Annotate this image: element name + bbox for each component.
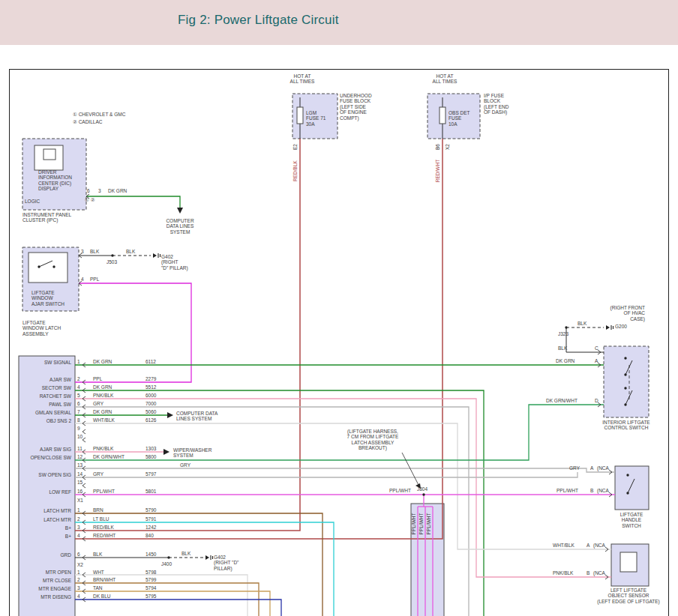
diagram-label: PPL/WHT <box>426 513 431 535</box>
diagram-label: LOW REF <box>20 489 71 495</box>
diagram-label: 1450 <box>146 552 156 557</box>
diagram-label: 5801 <box>146 489 156 494</box>
diagram-label: OBS DET FUSE 10A <box>448 110 470 127</box>
diagram-label: 15 <box>77 480 82 485</box>
diagram-label: COMPUTER DATA LINES SYSTEM <box>176 411 218 422</box>
diagram-label: GRY <box>93 471 104 477</box>
diagram-label: 3 <box>77 585 80 591</box>
diagram-label: WHT/BLK <box>553 543 574 548</box>
diagram-label: 1 <box>77 359 80 364</box>
diagram-label: 16 <box>77 489 82 494</box>
diagram-label: X2 <box>77 562 83 567</box>
diagram-label: 5795 <box>146 594 156 599</box>
diagram-label: I/P FUSE BLOCK (LEFT END OF DASH) <box>484 93 508 115</box>
diagram-label: LEFT LIFTGATE OBJECT SENSOR (LEFT EDGE O… <box>584 588 674 604</box>
diagram-label: 3 <box>77 525 80 530</box>
diagram-label: DK GRN <box>93 409 112 414</box>
diagram-label: 840 <box>146 533 154 538</box>
diagram-label: X1 <box>77 498 83 503</box>
diagram-label: RED/WHT <box>435 160 440 182</box>
diagram-label: 4 <box>77 594 80 599</box>
diagram-label: ② CADILLAC <box>73 119 102 124</box>
diagram-label: 6 <box>77 552 80 557</box>
diagram-label: 11 <box>77 446 82 451</box>
diagram-label: 6112 <box>146 359 156 364</box>
diagram-label: 5799 <box>146 577 156 582</box>
diagram-label: 8 <box>77 417 80 423</box>
diagram-label: TAN <box>93 585 103 591</box>
diagram-label: COMPUTER DATA LINES SYSTEM <box>156 218 204 235</box>
diagram-label: G402 (RIGHT "D" PILLAR) <box>214 555 238 571</box>
diagram-label: C <box>595 345 598 351</box>
diagram-label: J323 <box>558 331 568 336</box>
diagram-label: ① ② <box>85 197 94 202</box>
diagram-label: PAWL SW <box>20 402 71 407</box>
diagram-label: 4 <box>81 277 84 282</box>
diagram-label: 12 <box>77 454 82 459</box>
diagram-label: SW OPEN SIG <box>20 472 71 477</box>
diagram-label: PPL/WHT <box>411 513 416 535</box>
diagram-label: LGM FUSE 71 30A <box>306 110 326 127</box>
diagram-label: BRN <box>93 507 104 513</box>
diagram-label: 5790 <box>146 507 156 513</box>
diagram-label: PPL/WHT <box>93 489 115 494</box>
diagram-label: 13 <box>77 462 82 468</box>
diagram-label: WHT <box>93 570 104 575</box>
diagram-label: A <box>586 543 590 548</box>
diagram-label: 6 <box>77 401 80 406</box>
diagram-label: LIFTGATE HANDLE SWITCH <box>609 512 654 528</box>
diagram-label: 5798 <box>146 570 156 575</box>
diagram-label: 5791 <box>146 516 156 522</box>
diagram-label: J400 <box>161 561 172 567</box>
diagram-label: PNK/BLK <box>93 446 113 451</box>
diagram-label: 2279 <box>146 376 156 381</box>
diagram-label: UNDERHOOD FUSE BLOCK (LEFT SIDE OF ENGIN… <box>340 93 372 121</box>
diagram-label: E2 <box>292 144 298 150</box>
diagram-label: B <box>586 570 590 576</box>
diagram-label: 5060 <box>146 409 156 414</box>
diagram-label: B+ <box>20 534 71 539</box>
diagram-label: PPL/WHT <box>389 488 411 493</box>
diagram-label: 2 <box>77 376 80 381</box>
diagram-label: DK GRN <box>93 359 112 364</box>
diagram-label: LATCH MTR <box>20 517 71 522</box>
diagram-label: 6000 <box>146 393 156 398</box>
diagram-label: 1 <box>77 570 80 575</box>
diagram-label: DK GRN <box>93 384 112 390</box>
diagram-label: 6 <box>87 188 90 193</box>
diagram-label: B <box>590 488 593 493</box>
diagram-label: LT BLU <box>93 516 109 522</box>
diagram-label: OBJ SNS 2 <box>20 418 71 423</box>
diagram-label: A <box>590 465 593 471</box>
diagram-label: RED/BLK <box>93 525 114 530</box>
diagram-label: PPL <box>93 376 102 381</box>
diagram-label: GRY <box>569 465 580 471</box>
diagram-label: BLK <box>558 345 567 351</box>
diagram-label: (NCA <box>593 543 605 548</box>
diagram-label: J503 <box>106 259 117 265</box>
diagram-label: 7000 <box>146 401 156 406</box>
diagram-label: PPL/WHT <box>418 513 424 535</box>
diagram-label: LOGIC <box>25 199 40 204</box>
diagram-label: RED/BLK <box>292 160 298 181</box>
diagram-label: PPL/WHT <box>556 488 578 493</box>
diagram-label: 1242 <box>146 525 156 530</box>
diagram-labels: HOT AT ALL TIMESHOT AT ALL TIMESLGM FUSE… <box>0 0 678 616</box>
diagram-label: 7 <box>77 409 80 414</box>
diagram-label: DK GRN/WHT <box>93 454 124 459</box>
page: Fig 2: Power Liftgate Circuit HOT AT ALL… <box>0 0 678 616</box>
diagram-label: (NCA <box>597 465 609 471</box>
diagram-label: 1 <box>77 507 80 513</box>
diagram-label: WHT/BLK <box>93 417 115 423</box>
diagram-label: RED/WHT <box>93 533 116 538</box>
diagram-label: MTR ENGAGE <box>20 586 71 591</box>
diagram-label: GRY <box>93 401 104 406</box>
diagram-label: DK GRN <box>556 358 574 363</box>
diagram-label: (NCA <box>597 488 609 493</box>
diagram-label: 14 <box>77 471 82 477</box>
diagram-label: GRY <box>180 462 190 468</box>
diagram-label: INTERIOR LIFTGATE CONTROL SWITCH <box>595 420 658 431</box>
diagram-label: 3 <box>81 249 84 254</box>
diagram-label: BLK <box>90 249 99 254</box>
diagram-label: 6126 <box>146 417 156 423</box>
